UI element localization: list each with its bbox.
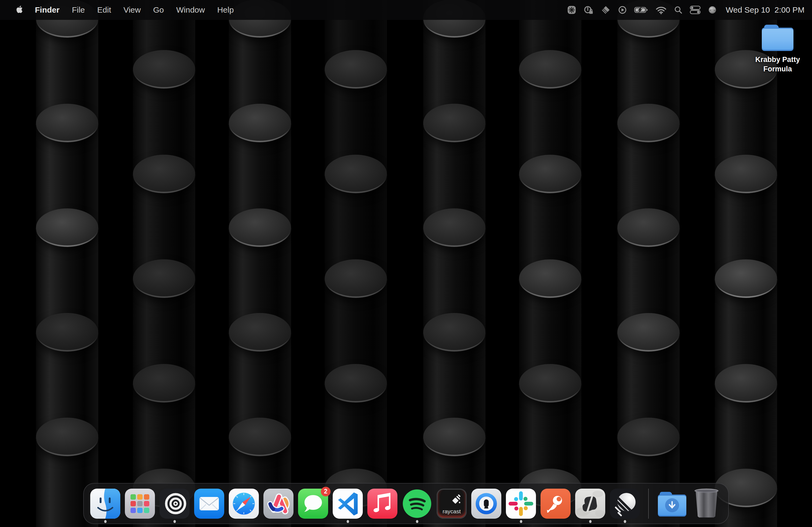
wallpaper-cylinder-cap — [133, 364, 195, 402]
wallpaper-cylinder-cap — [519, 155, 581, 193]
wallpaper-cylinder-cap — [36, 209, 98, 246]
wallpaper-cylinder-cap — [36, 313, 98, 351]
siri-icon[interactable] — [708, 0, 717, 20]
clock-date: Wed Sep 10 — [726, 5, 770, 15]
dock-item-messages[interactable]: 2 — [298, 488, 328, 519]
apple-menu[interactable] — [10, 0, 29, 20]
menu-help[interactable]: Help — [211, 0, 240, 20]
messages-badge: 2 — [321, 487, 331, 496]
dock-item-mail[interactable] — [194, 488, 224, 519]
dock-item-vscode[interactable] — [333, 488, 363, 519]
menu-finder[interactable]: Finder — [29, 0, 66, 20]
running-indicator — [173, 520, 176, 523]
dock-item-postman[interactable] — [540, 488, 570, 519]
dock-separator — [648, 488, 649, 519]
wallpaper-cylinder-cap — [519, 259, 581, 298]
wallpaper-cylinder-cap — [229, 104, 291, 142]
wallpaper-cylinder-cap — [423, 209, 485, 246]
battery-charging-icon[interactable] — [634, 0, 648, 20]
desktop-folder-krabby-patty[interactable]: Krabby Patty Formula — [748, 25, 808, 74]
wallpaper — [0, 0, 812, 527]
dock-item-raycast[interactable]: raycast — [437, 488, 467, 519]
dock-item-finder[interactable] — [90, 488, 120, 519]
wallpaper-cylinder-cap — [133, 50, 195, 88]
wallpaper-cylinder-cap — [519, 50, 581, 88]
play-status-icon[interactable] — [618, 0, 627, 20]
clock-time: 2:00 PM — [774, 5, 804, 15]
dock-item-rings[interactable] — [160, 488, 190, 519]
wallpaper-cylinder-cap — [229, 209, 291, 246]
dock-item-dia[interactable] — [575, 488, 605, 519]
running-indicator — [416, 520, 418, 523]
wallpaper-cylinder-cap — [519, 364, 581, 402]
running-indicator — [104, 520, 106, 523]
dock-item-music[interactable] — [367, 488, 397, 519]
menu-file[interactable]: File — [66, 0, 91, 20]
wallpaper-cylinder-cap — [423, 104, 485, 142]
macos-desktop: FinderFileEditViewGoWindowHelp — [0, 0, 812, 527]
menu-edit[interactable]: Edit — [91, 0, 117, 20]
wifi-icon[interactable] — [655, 0, 667, 20]
wallpaper-cylinder-cap — [423, 418, 485, 456]
vscode-icon — [333, 488, 363, 519]
wallpaper-cylinder-cap — [133, 155, 195, 193]
dock: 2 — [83, 483, 729, 524]
menu-bar-left: FinderFileEditViewGoWindowHelp — [10, 0, 240, 20]
concentric-rings-icon — [160, 488, 190, 519]
wallpaper-cylinder-cap — [617, 209, 680, 246]
wallpaper-cylinder-cap — [229, 313, 291, 351]
spotify-icon — [402, 488, 432, 519]
menu-bar-status: Wed Sep 10 2:00 PM — [567, 0, 804, 20]
download-arrow-icon — [665, 498, 679, 512]
postman-icon — [540, 488, 570, 519]
dock-item-1password[interactable] — [471, 488, 501, 519]
slack-icon — [506, 488, 536, 519]
wallpaper-cylinder-cap — [325, 364, 387, 402]
wallpaper-cylinder-cap — [133, 259, 195, 298]
wallpaper-cylinder-cap — [36, 418, 98, 456]
wallpaper-cylinder-cap — [715, 364, 777, 402]
menu-bar: FinderFileEditViewGoWindowHelp — [0, 0, 812, 20]
dock-item-launchpad[interactable] — [125, 488, 155, 519]
menu-clock[interactable]: Wed Sep 10 2:00 PM — [726, 5, 804, 15]
running-indicator — [347, 520, 349, 523]
apple-music-icon — [367, 488, 397, 519]
dock-item-downloads[interactable] — [657, 488, 687, 519]
wallpaper-cylinder-cap — [617, 313, 680, 351]
dock-item-linear[interactable] — [610, 488, 640, 519]
mail-icon — [194, 488, 224, 519]
power-lock-icon[interactable] — [583, 0, 594, 20]
control-center-icon[interactable] — [690, 0, 700, 20]
starburst-app-icon[interactable] — [567, 0, 576, 20]
dock-item-trash[interactable] — [692, 488, 722, 519]
running-indicator — [589, 520, 592, 523]
menu-go[interactable]: Go — [147, 0, 170, 20]
striped-flag-icon[interactable] — [601, 0, 611, 20]
wallpaper-cylinder-cap — [325, 155, 387, 193]
wallpaper-cylinder-cap — [36, 104, 98, 142]
wallpaper-cylinder-cap — [715, 259, 777, 298]
wallpaper-cylinder-cap — [423, 313, 485, 351]
arc-browser-icon — [263, 488, 293, 519]
safari-icon — [229, 488, 259, 519]
dock-item-slack[interactable] — [506, 488, 536, 519]
wallpaper-cylinder-cap — [325, 259, 387, 298]
wallpaper-cylinder-cap — [617, 104, 680, 142]
desktop-folder-label: Krabby Patty Formula — [748, 55, 808, 74]
menu-window[interactable]: Window — [170, 0, 211, 20]
marble-letter-d-icon — [575, 488, 605, 519]
dock-item-safari[interactable] — [229, 488, 259, 519]
apple-logo-icon — [16, 5, 23, 15]
running-indicator — [624, 520, 626, 523]
menu-view[interactable]: View — [117, 0, 147, 20]
spotlight-search-icon[interactable] — [674, 0, 683, 20]
downloads-folder-icon — [658, 492, 686, 516]
wallpaper-cylinder-cap — [325, 50, 387, 88]
dock-item-arc[interactable] — [263, 488, 293, 519]
folder-icon — [762, 25, 794, 51]
linear-icon — [610, 488, 640, 519]
trash-icon — [693, 488, 720, 518]
app-menus: FinderFileEditViewGoWindowHelp — [29, 0, 240, 20]
1password-icon — [471, 488, 501, 519]
dock-item-spotify[interactable] — [402, 488, 432, 519]
